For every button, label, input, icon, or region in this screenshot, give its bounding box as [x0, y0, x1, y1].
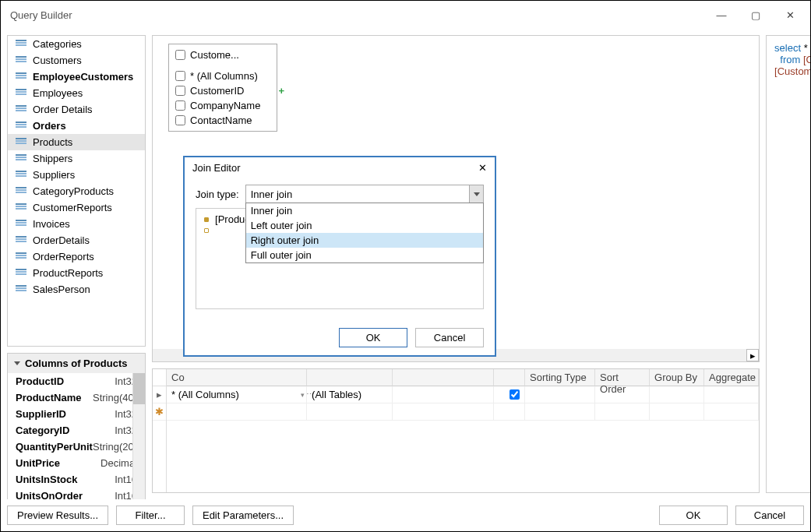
table-icon — [16, 171, 26, 179]
main-ok-button[interactable]: OK — [659, 506, 728, 525]
join-type-dropdown[interactable]: Inner joinLeft outer joinRight outer joi… — [245, 203, 484, 263]
join-type-label: Join type: — [196, 188, 239, 200]
column-checkbox[interactable] — [175, 71, 185, 81]
columns-grid[interactable]: ▸ ✱ CoSorting TypeSort OrderGroup ByAggr… — [152, 368, 760, 493]
join-bullet-icon — [204, 217, 209, 222]
preview-results-button[interactable]: Preview Results... — [7, 506, 108, 525]
grid-header[interactable]: Co — [167, 369, 307, 386]
column-row[interactable]: UnitsOnOrderInt16 — [8, 488, 145, 499]
grid-new-row-indicator[interactable]: ✱ — [153, 403, 166, 421]
column-row[interactable]: UnitsInStockInt16 — [8, 471, 145, 488]
list-item[interactable]: Employees — [8, 85, 145, 101]
list-item[interactable]: Order Details — [8, 101, 145, 118]
column-row[interactable]: QuantityPerUnitString(20) — [8, 439, 145, 455]
card-column[interactable]: ContactName — [175, 113, 270, 128]
table-card-customers[interactable]: Custome... * (All Columns)CustomerID+Com… — [168, 44, 277, 132]
combo-arrow-icon[interactable] — [469, 185, 483, 203]
list-item[interactable]: Categories — [8, 36, 145, 52]
column-row[interactable]: CategoryIDInt32 — [8, 422, 145, 439]
grid-cell-aggregate[interactable] — [704, 386, 759, 403]
grid-header[interactable]: Group By — [650, 369, 704, 386]
list-item[interactable]: Suppliers — [8, 167, 145, 183]
diagram-canvas[interactable]: Custome... * (All Columns)CustomerID+Com… — [152, 35, 760, 362]
join-type-option[interactable]: Full outer join — [246, 248, 483, 262]
grid-header[interactable] — [307, 369, 393, 386]
column-name: UnitPrice — [16, 457, 100, 469]
list-item[interactable]: Invoices — [8, 216, 145, 232]
table-icon — [16, 252, 26, 261]
table-card-checkbox[interactable] — [175, 50, 185, 60]
column-checkbox[interactable] — [175, 100, 185, 111]
column-row[interactable]: ProductIDInt32 — [8, 373, 145, 389]
list-item[interactable]: OrderReports — [8, 248, 145, 265]
main-cancel-button[interactable]: Cancel — [735, 506, 804, 525]
list-item[interactable]: Customers — [8, 52, 145, 69]
grid-cell-output[interactable] — [494, 386, 525, 403]
grid-cell-table[interactable]: (All Tables) — [312, 389, 361, 400]
column-checkbox[interactable] — [175, 86, 185, 96]
output-checkbox[interactable] — [510, 389, 520, 400]
grid-row-new[interactable] — [167, 403, 759, 421]
list-item[interactable]: ProductReports — [8, 265, 145, 281]
sql-preview[interactable]: select * from [Customers] [Customers] ▴ … — [766, 35, 810, 493]
list-item[interactable]: CategoryProducts — [8, 183, 145, 199]
table-icon — [16, 285, 26, 294]
grid-cell-sortingtype[interactable] — [525, 386, 595, 403]
column-row[interactable]: ProductNameString(40) — [8, 389, 145, 406]
minimize-button[interactable]: — — [711, 7, 732, 23]
add-column-icon[interactable]: + — [278, 85, 284, 97]
grid-header[interactable]: Sorting Type — [525, 369, 595, 386]
column-name: ProductID — [16, 375, 115, 387]
grid-header[interactable]: Aggregate — [704, 369, 759, 386]
sql-keyword-select: select — [774, 42, 801, 54]
close-button[interactable]: ✕ — [779, 7, 801, 23]
list-item[interactable]: Shippers — [8, 150, 145, 167]
table-name-label: Employees — [33, 87, 83, 99]
join-type-option[interactable]: Inner join — [246, 203, 483, 218]
grid-header[interactable] — [393, 369, 494, 386]
table-icon — [16, 138, 26, 146]
dialog-cancel-button[interactable]: Cancel — [415, 328, 484, 347]
grid-cell-groupby[interactable] — [650, 386, 704, 403]
dialog-close-button[interactable]: ✕ — [478, 162, 487, 174]
card-column[interactable]: CustomerID+ — [175, 83, 270, 98]
table-icon — [16, 56, 26, 65]
card-column[interactable]: CompanyName — [175, 98, 270, 113]
list-item[interactable]: SalesPerson — [8, 281, 145, 298]
table-icon — [16, 187, 26, 196]
column-row[interactable]: SupplierIDInt32 — [8, 406, 145, 422]
edit-parameters-button[interactable]: Edit Parameters... — [192, 506, 294, 525]
column-row[interactable]: UnitPriceDecimal — [8, 455, 145, 471]
grid-header[interactable] — [494, 369, 525, 386]
grid-row-indicator[interactable]: ▸ — [153, 386, 166, 403]
join-type-option[interactable]: Left outer join — [246, 218, 483, 233]
dialog-ok-button[interactable]: OK — [339, 328, 407, 347]
grid-row[interactable]: * (All Columns) ▾ ⋯ (All Tables) — [167, 386, 759, 403]
list-item[interactable]: Products — [8, 134, 145, 150]
grid-cell-alias[interactable] — [393, 386, 494, 403]
table-name-label: OrderReports — [33, 251, 94, 262]
list-item[interactable]: Orders — [8, 118, 145, 134]
filter-button[interactable]: Filter... — [116, 506, 185, 525]
column-checkbox[interactable] — [175, 115, 185, 125]
column-name: ProductName — [16, 392, 93, 403]
scroll-right-button[interactable]: ▸ — [746, 349, 759, 361]
cell-dropdown-icon[interactable]: ▾ — [301, 391, 305, 399]
columns-scrollbar[interactable] — [132, 373, 145, 499]
card-column[interactable]: * (All Columns) — [175, 69, 270, 83]
tables-list[interactable]: CategoriesCustomersEmployeeCustomersEmpl… — [7, 35, 146, 347]
columns-panel-header[interactable]: Columns of Products — [8, 354, 145, 373]
table-name-label: ProductReports — [33, 267, 103, 279]
grid-cell-sortorder[interactable] — [595, 386, 650, 403]
grid-cell-column[interactable]: * (All Columns) — [171, 389, 239, 400]
join-type-combo[interactable]: Inner join Inner joinLeft outer joinRigh… — [245, 185, 484, 203]
list-item[interactable]: EmployeeCustomers — [8, 69, 145, 85]
maximize-button[interactable]: ▢ — [745, 7, 767, 23]
table-name-label: Categories — [33, 38, 82, 50]
grid-header[interactable]: Sort Order — [595, 369, 650, 386]
card-column-label: CompanyName — [190, 100, 260, 111]
list-item[interactable]: OrderDetails — [8, 232, 145, 248]
join-type-option[interactable]: Right outer join — [246, 233, 483, 248]
list-item[interactable]: CustomerReports — [8, 199, 145, 216]
table-icon — [16, 40, 26, 48]
